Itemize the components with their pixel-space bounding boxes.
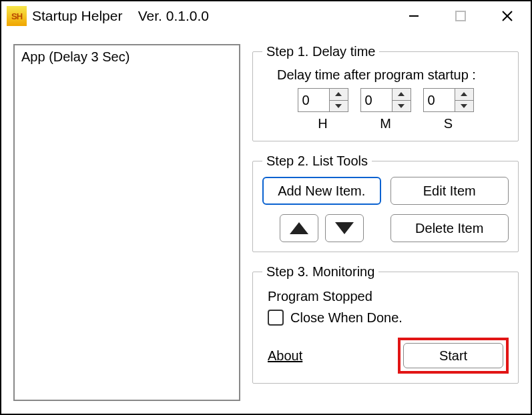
triangle-up-icon [290, 222, 308, 234]
chevron-up-icon [398, 92, 405, 96]
app-name: Startup Helper [32, 8, 122, 23]
svg-marker-11 [335, 222, 354, 234]
seconds-unit: S [444, 116, 453, 131]
chevron-up-icon [461, 92, 467, 96]
seconds-up-button[interactable] [455, 89, 473, 101]
start-highlight: Start [398, 338, 509, 374]
svg-marker-8 [461, 92, 467, 96]
svg-marker-9 [461, 104, 467, 108]
minutes-unit: M [380, 116, 391, 131]
step2-legend: Step 2. List Tools [262, 153, 372, 169]
close-when-done-checkbox[interactable] [268, 310, 284, 326]
edit-item-button[interactable]: Edit Item [390, 177, 509, 205]
about-link[interactable]: About [268, 348, 302, 364]
chevron-down-icon [398, 104, 405, 108]
minutes-down-button[interactable] [392, 101, 411, 112]
svg-marker-6 [398, 92, 405, 96]
chevron-up-icon [335, 92, 342, 96]
chevron-down-icon [335, 104, 342, 108]
move-up-button[interactable] [280, 214, 318, 242]
hours-down-button[interactable] [330, 101, 348, 112]
version-label: Ver. 0.1.0.0 [138, 8, 209, 23]
maximize-icon [455, 11, 466, 21]
close-when-done-label: Close When Done. [290, 310, 403, 326]
add-item-button[interactable]: Add New Item. [262, 177, 381, 205]
program-status: Program Stopped [268, 289, 509, 304]
start-button[interactable]: Start [403, 343, 503, 368]
hours-unit: H [318, 116, 327, 131]
minutes-up-button[interactable] [392, 89, 411, 101]
close-button[interactable] [484, 1, 531, 31]
maximize-button[interactable] [437, 1, 484, 31]
step1-legend: Step 1. Delay time [262, 44, 379, 59]
list-item[interactable]: App (Delay 3 Sec) [21, 49, 232, 65]
minimize-button[interactable] [390, 1, 437, 31]
close-icon [501, 9, 514, 23]
seconds-input[interactable] [424, 89, 455, 111]
delay-label: Delay time after program startup : [277, 67, 509, 83]
step2-group: Step 2. List Tools Add New Item. Edit It… [252, 153, 519, 252]
svg-marker-4 [335, 92, 342, 96]
app-logo: SH [7, 6, 27, 26]
move-down-button[interactable] [325, 214, 364, 242]
step3-group: Step 3. Monitoring Program Stopped Close… [252, 264, 519, 384]
seconds-down-button[interactable] [455, 101, 473, 112]
hours-up-button[interactable] [330, 89, 348, 101]
svg-marker-7 [398, 104, 405, 108]
startup-list[interactable]: App (Delay 3 Sec) [13, 44, 240, 401]
triangle-down-icon [335, 222, 354, 234]
step1-group: Step 1. Delay time Delay time after prog… [252, 44, 519, 141]
minimize-icon [408, 10, 420, 22]
chevron-down-icon [461, 104, 467, 108]
minutes-input[interactable] [361, 89, 392, 111]
step3-legend: Step 3. Monitoring [262, 264, 378, 280]
window-title: Startup Helper Ver. 0.1.0.0 [32, 8, 209, 24]
delete-item-button[interactable]: Delete Item [390, 214, 509, 242]
hours-input[interactable] [298, 89, 329, 111]
svg-rect-1 [456, 11, 465, 21]
svg-marker-5 [335, 104, 342, 108]
svg-marker-10 [290, 222, 308, 234]
